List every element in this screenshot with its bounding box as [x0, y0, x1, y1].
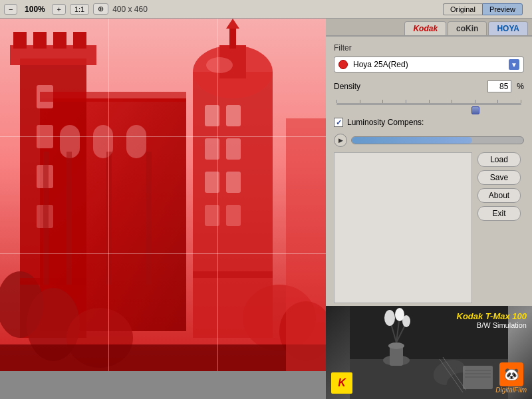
- filter-dropdown-arrow: ▼: [509, 59, 519, 70]
- brand-image: Kodak T-Max 100 B/W Simulation K 🐼 Digit…: [326, 306, 532, 399]
- slider-tick: [336, 100, 337, 103]
- middle-section: Load Save About Exit: [326, 150, 532, 306]
- panda-icon: 🐼: [499, 362, 523, 386]
- image-area: [0, 19, 326, 399]
- filter-selected-name: Hoya 25A(Red): [353, 60, 503, 69]
- tab-cokin[interactable]: coKin: [448, 21, 487, 35]
- luminosity-checkbox[interactable]: ✓: [334, 118, 343, 127]
- preview-view-button[interactable]: Preview: [482, 3, 523, 15]
- density-section: Density %: [326, 76, 532, 114]
- filter-dropdown[interactable]: Hoya 25A(Red) ▼: [334, 57, 524, 72]
- density-label: Density: [334, 82, 482, 91]
- kodak-logo: K: [331, 372, 352, 394]
- kodak-product-subtitle: B/W Simulation: [457, 321, 527, 329]
- save-button[interactable]: Save: [477, 170, 521, 185]
- slider-tick: [406, 100, 406, 103]
- slider-tick: [497, 100, 498, 103]
- progress-row: ▶: [326, 131, 532, 150]
- load-button[interactable]: Load: [477, 152, 521, 167]
- tab-kodak[interactable]: Kodak: [404, 21, 446, 35]
- slider-tick: [475, 100, 475, 103]
- toolbar: − 100% + 1:1 ⊕ 400 x 460 Original Previe…: [0, 0, 532, 19]
- bottom-brand-panel: Kodak T-Max 100 B/W Simulation K 🐼 Digit…: [326, 306, 532, 399]
- svg-point-52: [384, 310, 395, 326]
- image-dimensions: 400 x 460: [112, 5, 148, 14]
- tab-hoya[interactable]: HOYA: [488, 21, 528, 35]
- slider-tick: [521, 100, 521, 103]
- density-row: Density %: [334, 80, 524, 92]
- density-value-input[interactable]: [487, 80, 511, 92]
- zoom-fit-button[interactable]: ⊕: [93, 3, 108, 15]
- svg-rect-43: [0, 19, 326, 371]
- preview-box: [334, 152, 472, 303]
- brand-text-overlay: Kodak T-Max 100 B/W Simulation: [457, 311, 527, 329]
- density-slider-ticks: [336, 100, 521, 103]
- filter-color-indicator: [338, 60, 348, 69]
- density-unit: %: [517, 82, 524, 91]
- slider-tick: [360, 100, 360, 103]
- density-slider-container: [334, 96, 524, 110]
- progress-bar-container: [351, 136, 524, 144]
- checkbox-checkmark: ✓: [336, 118, 342, 127]
- luminosity-row: ✓ Luminosity Compens:: [326, 114, 532, 131]
- zoom-value: 100%: [21, 5, 48, 14]
- main-layout: Kodak coKin HOYA Filter Hoya 25A(Red) ▼ …: [0, 19, 532, 399]
- brand-tabs: Kodak coKin HOYA: [326, 19, 532, 37]
- digital-film-label: DigitalFilm: [495, 386, 527, 394]
- svg-point-54: [402, 315, 410, 327]
- svg-point-48: [388, 342, 404, 349]
- slider-tick: [429, 100, 430, 103]
- exit-button[interactable]: Exit: [477, 206, 521, 221]
- right-panel: Kodak coKin HOYA Filter Hoya 25A(Red) ▼ …: [326, 19, 532, 399]
- play-button[interactable]: ▶: [334, 134, 347, 147]
- filter-section: Filter Hoya 25A(Red) ▼: [326, 37, 532, 76]
- zoom-in-button[interactable]: +: [52, 4, 65, 15]
- slider-tick: [452, 100, 452, 103]
- progress-bar-fill: [352, 137, 472, 144]
- original-view-button[interactable]: Original: [443, 3, 482, 15]
- filter-label: Filter: [334, 43, 524, 53]
- about-button[interactable]: About: [477, 188, 521, 203]
- kodak-k-letter: K: [338, 377, 346, 389]
- slider-tick: [382, 100, 383, 103]
- building-image: [0, 19, 326, 371]
- kodak-product-title: Kodak T-Max 100: [457, 311, 527, 321]
- view-toggle-group: Original Preview: [443, 3, 523, 15]
- image-canvas: [0, 19, 326, 371]
- luminosity-label: Luminosity Compens:: [347, 118, 424, 127]
- zoom-1to1-button[interactable]: 1:1: [70, 4, 89, 15]
- density-slider-thumb[interactable]: [471, 106, 479, 114]
- zoom-out-button[interactable]: −: [4, 4, 17, 15]
- digital-film-logo: 🐼 DigitalFilm: [495, 362, 527, 394]
- density-slider-track: [336, 103, 521, 105]
- action-buttons: Load Save About Exit: [477, 152, 524, 303]
